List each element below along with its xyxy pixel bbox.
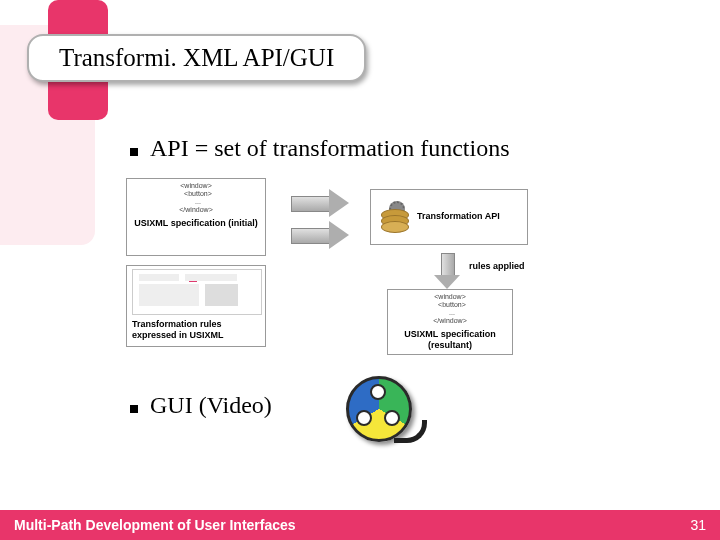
rules-label: Transformation rules expressed in USIXML [132, 319, 260, 342]
bullet-api: API = set of transformation functions [130, 135, 690, 162]
bullet-gui-text: GUI (Video) [150, 392, 272, 419]
footer-bar: Multi-Path Development of User Interface… [0, 510, 720, 540]
box-result-spec: <window> <button> ... </window> USIXML s… [387, 289, 513, 355]
footer-title: Multi-Path Development of User Interface… [14, 517, 296, 533]
arrow-icon [291, 189, 351, 217]
transformation-diagram: <window> <button> ... </window> USIXML s… [126, 175, 556, 375]
box-initial-spec: <window> <button> ... </window> USIXML s… [126, 178, 266, 256]
page-number: 31 [690, 517, 706, 533]
bullet-icon [130, 148, 138, 156]
arrow-down-icon [434, 253, 460, 291]
initial-label: USIXML specification (initial) [132, 218, 260, 229]
slide-title: Transformi. XML API/GUI [27, 34, 366, 82]
result-label: USIXML specification (resultant) [393, 329, 507, 352]
slide: Transformi. XML API/GUI API = set of tra… [0, 0, 720, 540]
database-gear-icon [379, 201, 409, 233]
api-label: Transformation API [417, 211, 500, 222]
box-transformation-rules: Transformation rules expressed in USIXML [126, 265, 266, 347]
bullet-icon [130, 405, 138, 413]
arrow-icon [291, 221, 351, 249]
initial-code: <window> <button> ... </window> [132, 182, 260, 214]
content-area: API = set of transformation functions [130, 135, 690, 170]
bullet-api-text: API = set of transformation functions [150, 135, 509, 162]
rules-applied-label: rules applied [469, 261, 525, 271]
rules-thumbnail-icon [132, 269, 262, 315]
box-transformation-api: Transformation API [370, 189, 528, 245]
result-code: <window> <button> ... </window> [393, 293, 507, 325]
bullet-gui: GUI (Video) [130, 392, 272, 419]
film-reel-icon [340, 370, 418, 448]
